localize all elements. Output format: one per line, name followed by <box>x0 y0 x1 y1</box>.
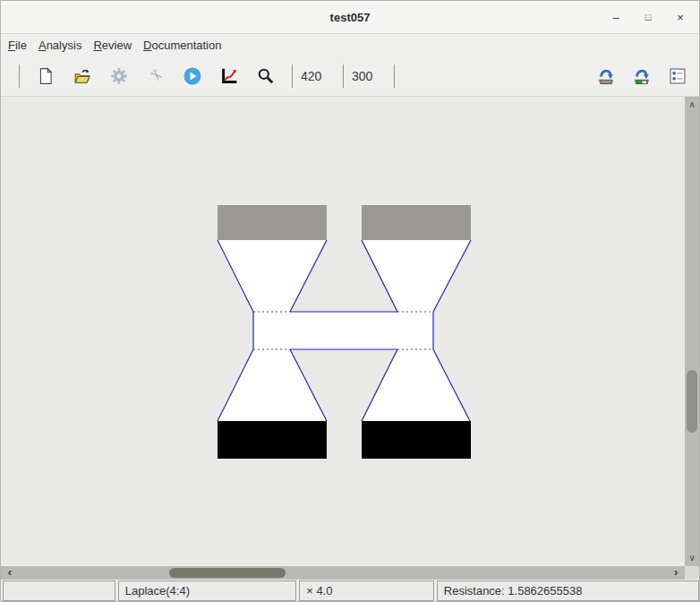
menu-analysis[interactable]: Analysis <box>38 37 81 54</box>
minimize-icon[interactable]: – <box>606 7 626 27</box>
zoom-button[interactable] <box>255 65 277 87</box>
run-button[interactable] <box>182 65 203 87</box>
toolbar-separator <box>394 64 395 88</box>
menu-file[interactable]: File <box>8 37 27 54</box>
vertical-scrollbar-thumb[interactable] <box>687 370 697 433</box>
hscroll-row: ‹ › <box>1 566 699 580</box>
menu-review[interactable]: Review <box>93 37 132 54</box>
settings-button[interactable] <box>108 65 130 87</box>
export-arrow-data-icon <box>632 66 652 86</box>
options-list-icon <box>668 66 687 86</box>
width-field[interactable]: 420 <box>293 69 343 83</box>
plot-button[interactable] <box>218 65 240 87</box>
magnifier-icon <box>257 67 275 85</box>
export-arrow-icon <box>596 66 616 86</box>
chart-icon <box>220 67 238 85</box>
status-field-resistance: Resistance: 1.5862655538 <box>437 580 699 601</box>
toolbar-right-group <box>581 65 699 87</box>
open-file-button[interactable] <box>72 65 93 87</box>
status-field-scale: × 4.0 <box>299 580 434 601</box>
height-field[interactable]: 300 <box>344 69 394 83</box>
export-image-button[interactable] <box>595 65 617 87</box>
window-controls: – □ × <box>606 1 690 33</box>
new-document-button[interactable] <box>35 65 56 87</box>
drawing-canvas[interactable] <box>1 97 685 566</box>
status-bar: Laplace(4:4) × 4.0 Resistance: 1.5862655… <box>1 580 699 602</box>
cut-button[interactable]: ✂ <box>145 65 166 87</box>
menu-documentation[interactable]: Documentation <box>143 37 221 54</box>
scroll-left-icon[interactable]: ‹ <box>4 566 16 580</box>
new-document-icon <box>37 67 55 85</box>
export-data-button[interactable] <box>631 65 653 87</box>
scrollbar-corner <box>685 566 699 580</box>
scroll-up-icon[interactable]: ∧ <box>685 99 699 111</box>
scroll-right-icon[interactable]: › <box>670 566 682 580</box>
close-icon[interactable]: × <box>670 7 690 27</box>
scroll-down-icon[interactable]: ∨ <box>685 552 699 564</box>
horizontal-scrollbar-thumb[interactable] <box>169 568 286 578</box>
canvas-row: ∧ ∨ <box>1 97 699 566</box>
status-field-empty <box>3 580 115 601</box>
options-button[interactable] <box>667 65 688 87</box>
scissors-icon: ✂ <box>146 65 166 85</box>
title-bar: test057 – □ × <box>1 1 699 34</box>
maximize-icon[interactable]: □ <box>638 7 658 27</box>
horizontal-scrollbar[interactable]: ‹ › <box>1 566 685 580</box>
window-title: test057 <box>330 11 371 24</box>
toolbar: ✂ 420 300 <box>1 56 699 97</box>
menu-bar: File Analysis Review Documentation <box>1 34 699 56</box>
vertical-scrollbar[interactable]: ∧ ∨ <box>685 97 699 566</box>
play-icon <box>184 67 201 85</box>
toolbar-separator <box>19 64 20 88</box>
settings-gear-icon <box>110 67 128 85</box>
open-folder-icon <box>73 67 91 85</box>
device-figure <box>1 97 687 566</box>
status-field-laplace: Laplace(4:4) <box>118 580 296 601</box>
